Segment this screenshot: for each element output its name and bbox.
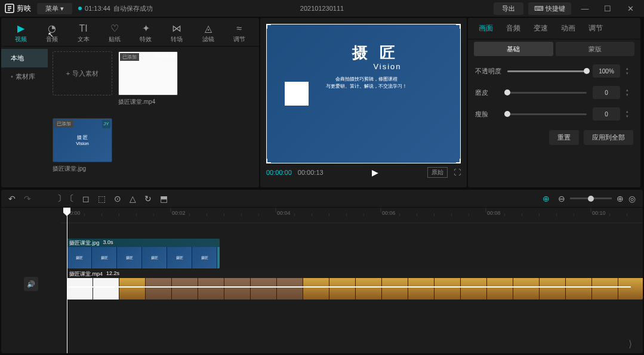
timeline-panel: ↶ ↷ 〕〔 ◻ ⬚ ⊙ △ ↻ ⬒ ⊕ ⊖ ⊕ ◎ 🔊 00:0000:020… [1, 190, 643, 353]
props-tab-音频[interactable]: 音频 [501, 21, 525, 36]
jianying-icon: JY [102, 120, 110, 128]
tool-tabs: ▶视频◔音频TI文本♡贴纸✦特效⋈转场◬滤镜≈调节 [1, 18, 259, 47]
split-button[interactable]: 〕〔 [57, 193, 74, 204]
redo-button[interactable]: ↷ [24, 194, 31, 203]
tool-tab-调节[interactable]: ≈调节 [224, 20, 254, 46]
mute-button[interactable]: 🔊 [24, 277, 38, 291]
cursor-icon: ↖ [48, 30, 54, 39]
face-value[interactable]: 0 [593, 107, 620, 121]
zoom-slider[interactable] [570, 197, 612, 199]
skin-label: 磨皮 [475, 88, 501, 97]
face-stepper[interactable]: ▴▾ [626, 109, 633, 119]
close-button[interactable]: ✕ [621, 4, 639, 13]
original-ratio-button[interactable]: 原始 [427, 167, 448, 178]
import-media-button[interactable]: + 导入素材 [53, 51, 112, 95]
tool-tab-转场[interactable]: ⋈转场 [162, 20, 192, 46]
skin-slider[interactable] [507, 92, 587, 94]
playhead[interactable] [67, 208, 67, 353]
media-panel: ▶视频◔音频TI文本♡贴纸✦特效⋈转场◬滤镜≈调节 本地•素材库 + 导入素材 … [1, 18, 259, 187]
props-subtab-基础[interactable]: 基础 [474, 42, 553, 56]
export-button[interactable]: 导出 [494, 2, 523, 15]
properties-panel: 画面音频变速动画调节 基础蒙版 不透明度 100% ▴▾ 磨皮 0 ▴▾ 瘦脸 … [468, 18, 640, 187]
media-item[interactable]: 已添加 JY 摄 匠Vision 摄匠课堂.jpg [53, 118, 112, 173]
minimize-button[interactable]: — [576, 4, 594, 13]
maximize-button[interactable]: ☐ [599, 4, 617, 13]
props-tab-变速[interactable]: 变速 [529, 21, 553, 36]
menu-button[interactable]: 菜单 ▾ [37, 3, 72, 14]
fullscreen-button[interactable]: ⛶ [454, 168, 461, 177]
crop-button[interactable]: ◻ [82, 194, 90, 203]
app-logo: 剪映 [5, 4, 31, 14]
project-name: 202101230111 [300, 5, 344, 12]
zoom-fit-button[interactable]: ◎ [628, 194, 636, 203]
reset-button[interactable]: 重置 [549, 130, 579, 145]
sidebar-tab-本地[interactable]: 本地 [1, 49, 48, 67]
props-subtab-蒙版[interactable]: 蒙版 [556, 42, 635, 56]
face-slider[interactable] [507, 113, 587, 115]
titlebar: 剪映 菜单 ▾ 01:13:44 自动保存成功 202101230111 导出 … [0, 0, 644, 17]
total-duration: 00:00:13 [298, 169, 323, 176]
mirror-button[interactable]: △ [130, 194, 136, 203]
skin-stepper[interactable]: ▴▾ [626, 88, 633, 97]
tool-tab-贴纸[interactable]: ♡贴纸 [100, 20, 130, 46]
shortcut-button[interactable]: ⌨ 快捷键 [528, 2, 571, 15]
speed-button[interactable]: ⊙ [114, 194, 121, 203]
scroll-hint-icon: ⟩ [628, 338, 632, 350]
timeline-ruler[interactable]: 00:0000:0200:0400:0600:0800:10 [61, 208, 643, 223]
media-sidebar: 本地•素材库 [1, 47, 48, 187]
face-label: 瘦脸 [475, 110, 501, 119]
tool-tab-特效[interactable]: ✦特效 [131, 20, 161, 46]
opacity-value[interactable]: 100% [593, 64, 620, 78]
props-tab-画面[interactable]: 画面 [474, 21, 498, 36]
freeze-button[interactable]: ⬒ [160, 194, 168, 203]
play-button[interactable]: ▶ [372, 168, 378, 177]
props-tab-调节[interactable]: 调节 [584, 21, 608, 36]
skin-value[interactable]: 0 [593, 86, 620, 99]
snap-button[interactable]: ⊕ [543, 194, 550, 203]
ratio-button[interactable]: ⬚ [98, 194, 106, 203]
tool-tab-滤镜[interactable]: ◬滤镜 [193, 20, 223, 46]
timeline-clip-image[interactable]: 摄匠课堂.jpg3.0s 摄匠摄匠摄匠摄匠摄匠摄匠 [67, 239, 220, 268]
undo-button[interactable]: ↶ [8, 194, 16, 203]
autosave-status: 01:13:44 自动保存成功 [78, 4, 153, 13]
tool-tab-文本[interactable]: TI文本 [69, 20, 98, 46]
preview-panel: 摄 匠 Vision 会商拍摄技巧剪辑，修图课程与更爱研、算计、解说，不交流学习… [260, 18, 467, 187]
opacity-label: 不透明度 [475, 67, 501, 76]
media-item[interactable]: 已添加 00:00:13 摄匠课堂.mp4 [118, 51, 178, 106]
rotate-button[interactable]: ↻ [144, 194, 152, 203]
props-tab-动画[interactable]: 动画 [556, 21, 580, 36]
tool-tab-视频[interactable]: ▶视频 [6, 20, 36, 46]
timeline-clip-video[interactable]: 摄匠课堂.mp412.2s [67, 270, 643, 300]
apply-all-button[interactable]: 应用到全部 [584, 130, 633, 145]
opacity-stepper[interactable]: ▴▾ [626, 66, 633, 76]
sidebar-tab-素材库[interactable]: •素材库 [1, 67, 48, 86]
preview-viewport[interactable]: 摄 匠 Vision 会商拍摄技巧剪辑，修图课程与更爱研、算计、解说，不交流学习… [266, 24, 461, 163]
current-time: 00:00:00 [266, 169, 292, 176]
opacity-slider[interactable] [507, 70, 587, 72]
zoom-out-button[interactable]: ⊖ [558, 194, 565, 203]
zoom-in-button[interactable]: ⊕ [617, 194, 624, 203]
